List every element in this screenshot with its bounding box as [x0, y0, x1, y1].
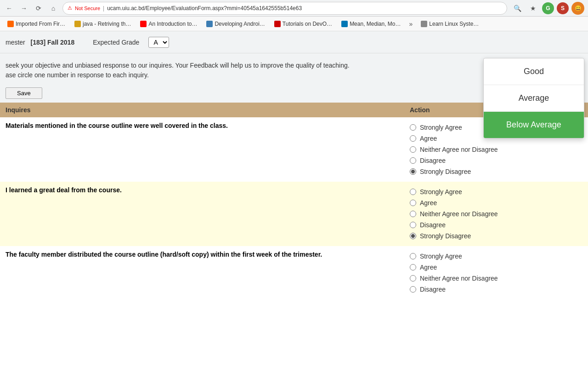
- radio-input-q1-2[interactable]: [410, 146, 416, 153]
- radio-input-q1-3[interactable]: [410, 157, 416, 164]
- radio-label: Strongly Agree: [420, 188, 462, 196]
- radio-option[interactable]: Disagree: [410, 219, 582, 230]
- radio-label: Agree: [420, 264, 437, 271]
- bookmark-icon-linux: [421, 21, 427, 27]
- radio-input-q2-1[interactable]: [410, 200, 416, 206]
- radio-input-q1-4[interactable]: [410, 168, 416, 175]
- radio-option[interactable]: Agree: [410, 262, 582, 273]
- radio-label: Neither Agree nor Disagree: [420, 210, 498, 218]
- table-row: I learned a great deal from the course.S…: [0, 182, 588, 246]
- radio-input-q2-0[interactable]: [410, 189, 416, 195]
- save-button[interactable]: Save: [6, 87, 42, 99]
- radio-label: Disagree: [420, 221, 446, 229]
- back-button[interactable]: ←: [4, 3, 15, 14]
- radio-option[interactable]: Neither Agree nor Disagree: [410, 144, 582, 155]
- radio-label: Agree: [420, 135, 437, 142]
- semester-name: [183] Fall 2018: [30, 39, 74, 46]
- bookmark-imported[interactable]: Imported From Fir…: [4, 20, 69, 28]
- radio-label: Agree: [420, 199, 437, 207]
- bookmark-android[interactable]: Developing Androi…: [203, 20, 268, 28]
- radio-input-q2-4[interactable]: [410, 233, 416, 239]
- semester-info: mester [183] Fall 2018: [6, 39, 74, 46]
- radio-input-q3-1[interactable]: [410, 264, 416, 270]
- browser-icons: 🔍 ★ G S 😀: [511, 2, 584, 15]
- radio-option[interactable]: Strongly Disagree: [410, 230, 582, 242]
- radio-option[interactable]: Strongly Disagree: [410, 166, 582, 177]
- account-avatar-orange[interactable]: 😀: [571, 2, 584, 15]
- action-cell-q2: Strongly AgreeAgreeNeither Agree nor Dis…: [404, 182, 588, 246]
- expected-grade-select[interactable]: A B C D F: [148, 37, 169, 48]
- refresh-button[interactable]: ⟳: [33, 3, 44, 14]
- radio-label: Strongly Disagree: [420, 232, 471, 240]
- dropdown-item-2[interactable]: Below Average: [484, 112, 584, 138]
- bookmark-star-button[interactable]: ★: [526, 2, 539, 15]
- bookmark-linkedin[interactable]: Mean, Median, Mo…: [338, 20, 404, 28]
- page-header: mester [183] Fall 2018 Expected Grade A …: [0, 31, 588, 53]
- bookmark-java[interactable]: java - Retriving th…: [71, 20, 135, 28]
- radio-option[interactable]: Strongly Agree: [410, 251, 582, 262]
- radio-label: Strongly Agree: [420, 124, 462, 131]
- radio-label: Disagree: [420, 286, 446, 293]
- browser-toolbar: ← → ⟳ ⌂ ⚠ Not Secure | ucam.uiu.ac.bd/Em…: [0, 0, 588, 17]
- radio-input-q1-0[interactable]: [410, 124, 416, 131]
- account-avatar-green[interactable]: G: [542, 2, 554, 14]
- radio-option[interactable]: Strongly Agree: [410, 186, 582, 197]
- radio-input-q3-2[interactable]: [410, 275, 416, 282]
- inquiry-cell-q3: The faculty member distributed the cours…: [0, 246, 404, 299]
- radio-input-q2-3[interactable]: [410, 222, 416, 228]
- bookmark-icon-android: [206, 21, 213, 27]
- radio-option[interactable]: Agree: [410, 197, 582, 208]
- radio-label: Neither Agree nor Disagree: [420, 275, 498, 282]
- not-secure-label: Not Secure: [75, 6, 100, 11]
- lock-icon: ⚠: [68, 5, 72, 11]
- radio-label: Neither Agree nor Disagree: [420, 146, 498, 153]
- inquiry-text-q3: The faculty member distributed the cours…: [6, 251, 322, 258]
- page-area: mester [183] Fall 2018 Expected Grade A …: [0, 31, 588, 299]
- radio-label: Strongly Disagree: [420, 168, 471, 175]
- inquiry-cell-q2: I learned a great deal from the course.: [0, 182, 404, 246]
- bookmark-devops[interactable]: Tutorials on DevO…: [271, 20, 336, 28]
- radio-label: Disagree: [420, 157, 446, 164]
- dropdown-item-0[interactable]: Good: [484, 58, 584, 85]
- dropdown-item-1[interactable]: Average: [484, 85, 584, 112]
- bookmark-icon-devops: [274, 21, 281, 27]
- table-row: The faculty member distributed the cours…: [0, 246, 588, 299]
- url-display: ucam.uiu.ac.bd/Employee/EvaluationForm.a…: [107, 5, 302, 12]
- browser-window: ← → ⟳ ⌂ ⚠ Not Secure | ucam.uiu.ac.bd/Em…: [0, 0, 588, 299]
- bookmark-icon-imported: [7, 21, 14, 27]
- forward-button[interactable]: →: [18, 3, 29, 14]
- inquiry-text-q1: Materials mentioned in the course outlin…: [6, 122, 228, 129]
- radio-input-q2-2[interactable]: [410, 211, 416, 217]
- radio-label: Strongly Agree: [420, 253, 462, 260]
- bookmarks-more[interactable]: »: [407, 19, 416, 29]
- bookmark-intro[interactable]: An Introduction to…: [136, 20, 201, 28]
- bookmark-icon-linkedin: [341, 21, 348, 27]
- semester-prefix: mester: [6, 39, 25, 46]
- home-button[interactable]: ⌂: [48, 3, 59, 14]
- radio-option[interactable]: Neither Agree nor Disagree: [410, 273, 582, 284]
- bookmark-linux[interactable]: Learn Linux Syste…: [417, 20, 482, 28]
- expected-grade-label: Expected Grade: [93, 39, 139, 46]
- radio-input-q1-1[interactable]: [410, 135, 416, 142]
- url-separator: |: [103, 5, 104, 12]
- inquiry-cell-q1: Materials mentioned in the course outlin…: [0, 117, 404, 182]
- bookmarks-bar: Imported From Fir… java - Retriving th… …: [0, 17, 588, 31]
- radio-input-q3-0[interactable]: [410, 253, 416, 259]
- radio-option[interactable]: Neither Agree nor Disagree: [410, 208, 582, 219]
- bookmark-icon-java: [74, 21, 81, 27]
- radio-input-q3-3[interactable]: [410, 286, 416, 293]
- search-button[interactable]: 🔍: [511, 2, 524, 15]
- address-bar[interactable]: ⚠ Not Secure | ucam.uiu.ac.bd/Employee/E…: [62, 2, 507, 15]
- col-header-inquires: Inquires: [0, 103, 404, 117]
- radio-option[interactable]: Disagree: [410, 284, 582, 295]
- bookmark-icon-intro: [140, 21, 147, 27]
- action-cell-q3: Strongly AgreeAgreeNeither Agree nor Dis…: [404, 246, 588, 299]
- inquiry-text-q2: I learned a great deal from the course.: [6, 186, 122, 194]
- account-avatar-red[interactable]: S: [557, 2, 569, 14]
- grade-dropdown-overlay[interactable]: GoodAverageBelow Average: [483, 58, 584, 138]
- radio-option[interactable]: Disagree: [410, 155, 582, 166]
